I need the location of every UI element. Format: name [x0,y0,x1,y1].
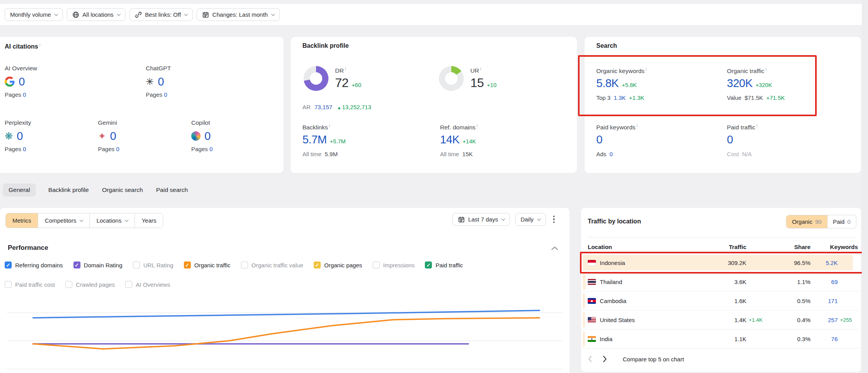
ads-value[interactable]: 0 [610,151,613,157]
checkbox-paid-traffic[interactable]: Paid traffic [425,261,463,268]
toggle-paid[interactable]: Paid0 [828,215,856,228]
performance-line-chart[interactable] [0,307,569,373]
keywords-link[interactable]: 5.2K [810,260,838,266]
info-icon[interactable] [637,123,637,128]
table-row-india[interactable]: India 1.1K 0.3% 76 [581,329,861,349]
organic-traffic-value[interactable]: 320K [727,77,753,89]
organic-traffic-label: Organic traffic [727,68,764,74]
checkbox-box[interactable] [5,281,12,288]
checkbox-box[interactable] [125,281,132,288]
checkbox-box[interactable] [73,261,80,268]
engine-chatgpt: ChatGPT ✳ 0 Pages 0 [146,65,171,98]
checkbox-paid-traffic-cost[interactable]: Paid traffic cost [5,281,55,288]
keywords-link[interactable]: 257 [810,317,838,323]
engine-value[interactable]: 0 [19,75,25,88]
pages-value[interactable]: 0 [116,146,119,152]
checkbox-organic-pages[interactable]: Organic pages [314,261,362,268]
pages-value[interactable]: 0 [23,91,26,98]
column-share[interactable]: Share [774,244,810,250]
checkbox-box[interactable] [314,261,321,268]
compare-top5-label[interactable]: Compare top 5 on chart [623,356,684,363]
column-location[interactable]: Location [588,244,711,250]
granularity-dropdown[interactable]: Daily [515,213,545,226]
prev-page-chevron-left-icon[interactable] [588,356,592,363]
table-row-indonesia[interactable]: Indonesia 309.2K 96.5% 5.2K [581,253,861,272]
checkbox-box[interactable] [133,261,140,268]
column-keywords[interactable]: Keywords [810,244,858,250]
tab-paid-search[interactable]: Paid search [155,183,189,197]
collapse-chevron-up-icon[interactable] [551,245,558,252]
monthly-volume-dropdown[interactable]: Monthly volume [5,8,63,21]
tab-organic-search[interactable]: Organic search [101,183,143,197]
date-range-dropdown[interactable]: Last 7 days [452,213,510,226]
checkbox-box[interactable] [65,281,72,288]
changes-dropdown[interactable]: Changes: Last month [197,8,280,21]
keywords-link[interactable]: 171 [810,298,838,304]
table-row-cambodia[interactable]: Cambodia 1.6K 0.5% 171 [581,291,861,310]
checkbox-box[interactable] [184,261,191,268]
kebab-menu-icon[interactable] [551,213,557,226]
engine-value[interactable]: 0 [110,130,116,143]
changes-label: Changes: Last month [212,11,268,18]
checkbox-domain-rating[interactable]: Domain Rating [73,261,122,268]
table-row-united-states[interactable]: United States 1.4K +1.4K 0.4% 257 +255 [581,310,861,329]
next-page-chevron-right-icon[interactable] [603,356,607,363]
column-traffic[interactable]: Traffic [711,244,746,250]
info-icon[interactable] [329,123,330,128]
ar-value[interactable]: 73,157 [314,104,332,110]
dr-block: DR 72+60 [335,66,361,90]
checkbox-organic-traffic[interactable]: Organic traffic [184,261,231,268]
toggle-organic[interactable]: Organic90 [786,215,827,228]
pages-value[interactable]: 0 [164,91,167,98]
engine-value[interactable]: 0 [204,130,211,143]
info-icon[interactable] [765,67,766,71]
checkbox-box[interactable] [425,261,432,268]
info-icon[interactable] [39,42,40,47]
paid-traffic-value[interactable]: 0 [727,133,733,146]
ref-domains-value[interactable]: 14K [440,133,459,146]
tab-backlink-profile[interactable]: Backlink profile [47,183,89,197]
segment-years[interactable]: Years [135,213,163,228]
pages-value[interactable]: 0 [23,146,26,152]
locations-dropdown[interactable]: All locations [67,8,126,21]
segment-locations[interactable]: Locations [90,213,135,228]
metric-checkbox-row-2: Paid traffic cost Crawled pages AI Overv… [5,281,170,288]
pages-label: Pages [191,146,208,152]
info-icon[interactable] [477,123,477,128]
checkbox-referring-domains[interactable]: Referring domains [5,261,63,268]
dr-value: 72 [335,76,349,90]
checkbox-organic-traffic-value[interactable]: Organic traffic value [241,261,303,268]
dr-delta: +60 [352,82,362,88]
chart-filter-segments: Metrics Competitors Locations Years [5,213,163,228]
info-icon[interactable] [480,66,481,71]
organic-keywords-label: Organic keywords [596,68,644,74]
segment-metrics[interactable]: Metrics [6,213,38,228]
keywords-link[interactable]: 76 [810,336,838,342]
checkbox-box[interactable] [241,261,248,268]
table-row-thailand[interactable]: Thailand 3.6K 1.1% 69 [581,272,861,291]
organic-keywords-value[interactable]: 5.8K [596,77,619,89]
checkbox-ai-overviews[interactable]: AI Overviews [125,281,170,288]
tab-general[interactable]: General [3,183,36,197]
keywords-delta: +255 [838,317,858,323]
paid-keywords-value[interactable]: 0 [596,133,603,146]
info-icon[interactable] [756,123,757,128]
engine-value[interactable]: 0 [17,130,23,143]
top3-value[interactable]: 1.3K [614,94,626,101]
info-icon[interactable] [646,67,646,71]
info-icon[interactable] [345,66,346,71]
engine-value[interactable]: 0 [158,75,164,88]
checkbox-crawled-pages[interactable]: Crawled pages [65,281,115,288]
checkbox-box[interactable] [373,261,380,268]
ur-value: 15 [470,76,484,90]
best-links-dropdown[interactable]: Best links: Off [129,8,193,21]
checkbox-impressions[interactable]: Impressions [373,261,415,268]
segment-competitors[interactable]: Competitors [38,213,90,228]
pages-value[interactable]: 0 [210,146,213,152]
ar-label: AR [302,104,311,110]
keywords-link[interactable]: 69 [810,279,838,285]
backlinks-value[interactable]: 5.7M [302,133,327,146]
checkbox-box[interactable] [5,261,12,268]
checkbox-url-rating[interactable]: URL Rating [133,261,173,268]
flag-cambodia-icon [588,298,596,304]
